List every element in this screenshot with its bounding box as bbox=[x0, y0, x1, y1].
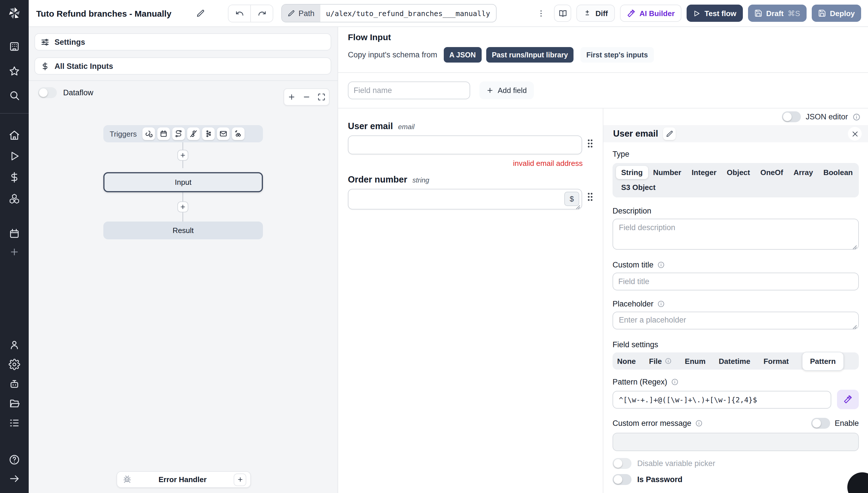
field-name-input[interactable] bbox=[348, 82, 470, 99]
ai-generate-regex-button[interactable] bbox=[837, 390, 859, 409]
copy-from-past-runs-button[interactable]: Past runs/Input library bbox=[486, 47, 573, 63]
is-password-toggle[interactable] bbox=[613, 474, 632, 485]
type-tab-number[interactable]: Number bbox=[648, 166, 686, 179]
favorites-star-icon[interactable] bbox=[7, 64, 21, 78]
ai-builder-button[interactable]: AI Builder bbox=[620, 5, 682, 22]
zoom-out-button[interactable] bbox=[299, 89, 314, 105]
workspace-icon[interactable] bbox=[7, 40, 21, 53]
resources-icon[interactable] bbox=[7, 192, 21, 206]
info-icon[interactable] bbox=[852, 113, 861, 121]
setting-tab-pattern[interactable]: Pattern bbox=[802, 351, 844, 370]
rename-field-button[interactable] bbox=[663, 127, 676, 140]
triggers-node[interactable]: Triggers bbox=[103, 125, 263, 142]
draft-button[interactable]: Draft ⌘S bbox=[748, 5, 806, 22]
fit-view-button[interactable] bbox=[314, 89, 329, 105]
type-tab-object[interactable]: Object bbox=[722, 166, 755, 179]
copy-from-first-step-button[interactable]: First step's inputs bbox=[581, 47, 654, 63]
user-icon[interactable] bbox=[7, 338, 21, 352]
variable-picker-button[interactable]: $ bbox=[564, 192, 579, 206]
variables-icon[interactable] bbox=[7, 170, 21, 184]
error-handler-node[interactable]: Error Handler bbox=[117, 471, 251, 488]
custom-title-input[interactable] bbox=[613, 273, 859, 291]
type-tab-string[interactable]: String bbox=[616, 166, 648, 179]
schedules-icon[interactable] bbox=[7, 227, 21, 240]
field-editor-panel: JSON editor User email Type String Numbe… bbox=[604, 108, 868, 493]
docs-button[interactable] bbox=[554, 5, 571, 22]
setting-tab-none[interactable]: None bbox=[617, 357, 636, 365]
add-item-icon[interactable] bbox=[7, 245, 21, 259]
type-tab-s3-object[interactable]: S3 Object bbox=[616, 181, 661, 194]
copy-schema-row: Copy input's schema from A JSON Past run… bbox=[348, 47, 868, 63]
input-node[interactable]: Input bbox=[103, 172, 263, 192]
path-edit-button[interactable]: Path bbox=[282, 5, 320, 22]
add-field-button[interactable]: Add field bbox=[479, 82, 534, 99]
settings-gear-icon[interactable] bbox=[7, 358, 21, 371]
type-tab-integer[interactable]: Integer bbox=[686, 166, 722, 179]
webhook-trigger-icon[interactable] bbox=[142, 127, 155, 140]
field-type: string bbox=[412, 176, 429, 184]
home-icon[interactable] bbox=[7, 129, 21, 142]
custom-error-input[interactable] bbox=[613, 433, 859, 451]
more-options-button[interactable] bbox=[533, 5, 549, 21]
zoom-in-button[interactable] bbox=[284, 89, 299, 105]
edit-title-button[interactable] bbox=[192, 5, 208, 21]
pattern-label: Pattern (Regex) bbox=[613, 378, 668, 386]
setting-tab-enum[interactable]: Enum bbox=[685, 357, 705, 365]
folders-icon[interactable] bbox=[7, 396, 21, 410]
redo-button[interactable] bbox=[251, 5, 273, 22]
type-tab-oneof[interactable]: OneOf bbox=[755, 166, 788, 179]
poll-trigger-icon[interactable] bbox=[232, 127, 245, 140]
custom-error-toggle[interactable] bbox=[811, 418, 830, 429]
add-error-handler-icon[interactable] bbox=[234, 473, 246, 486]
json-editor-toggle[interactable] bbox=[782, 111, 801, 122]
add-step-button[interactable] bbox=[177, 201, 188, 212]
test-flow-button[interactable]: Test flow bbox=[687, 5, 743, 22]
copy-from-json-button[interactable]: A JSON bbox=[443, 47, 481, 63]
pattern-regex-input[interactable] bbox=[613, 390, 831, 408]
info-icon[interactable] bbox=[696, 420, 703, 427]
dataflow-toggle[interactable] bbox=[38, 87, 57, 98]
drag-handle-icon[interactable] bbox=[587, 139, 593, 148]
deploy-button[interactable]: Deploy bbox=[811, 5, 861, 22]
audit-logs-icon[interactable] bbox=[7, 416, 21, 430]
user-email-input[interactable] bbox=[348, 135, 582, 154]
info-icon[interactable] bbox=[658, 300, 665, 308]
description-textarea[interactable] bbox=[613, 219, 859, 250]
windmill-logo-icon[interactable] bbox=[6, 5, 22, 21]
search-icon[interactable] bbox=[7, 89, 21, 103]
runs-icon[interactable] bbox=[7, 149, 21, 163]
close-icon[interactable] bbox=[848, 127, 862, 141]
redo-icon bbox=[257, 9, 266, 18]
setting-tab-datetime[interactable]: Datetime bbox=[719, 357, 750, 365]
workers-bot-icon[interactable] bbox=[7, 377, 21, 391]
email-trigger-icon[interactable] bbox=[217, 127, 230, 140]
field-name: Order number bbox=[348, 174, 407, 185]
dataflow-row: Dataflow bbox=[38, 87, 93, 98]
undo-button[interactable] bbox=[229, 5, 251, 22]
flow-settings-button[interactable]: Settings bbox=[35, 33, 331, 50]
result-node[interactable]: Result bbox=[103, 221, 263, 239]
topbar-actions: Diff AI Builder Test flow Draft ⌘S Deplo… bbox=[533, 5, 861, 22]
http-route-trigger-icon[interactable] bbox=[172, 127, 185, 140]
info-icon[interactable] bbox=[658, 261, 665, 269]
disable-variable-picker-toggle[interactable] bbox=[613, 458, 632, 469]
type-tab-boolean[interactable]: Boolean bbox=[818, 166, 858, 179]
placeholder-textarea[interactable] bbox=[613, 312, 859, 329]
kafka-trigger-icon[interactable] bbox=[202, 127, 215, 140]
expand-sidebar-icon[interactable] bbox=[7, 472, 21, 486]
help-icon[interactable] bbox=[7, 453, 21, 467]
type-tab-array[interactable]: Array bbox=[788, 166, 818, 179]
draft-shortcut: ⌘S bbox=[788, 9, 800, 18]
setting-tab-file[interactable]: File bbox=[649, 357, 672, 365]
all-static-inputs-button[interactable]: All Static Inputs bbox=[35, 57, 331, 74]
add-step-button[interactable] bbox=[177, 150, 188, 161]
magic-wand-icon bbox=[627, 9, 635, 18]
path-value[interactable]: u/alex/tuto_refund_branches___manually bbox=[320, 9, 496, 18]
drag-handle-icon[interactable] bbox=[587, 192, 593, 201]
websocket-trigger-icon[interactable] bbox=[187, 127, 200, 140]
diff-button[interactable]: Diff bbox=[576, 5, 615, 22]
info-icon[interactable] bbox=[671, 378, 679, 386]
order-number-input[interactable] bbox=[348, 189, 582, 210]
schedule-trigger-icon[interactable] bbox=[157, 127, 170, 140]
setting-tab-format[interactable]: Format bbox=[763, 357, 789, 365]
